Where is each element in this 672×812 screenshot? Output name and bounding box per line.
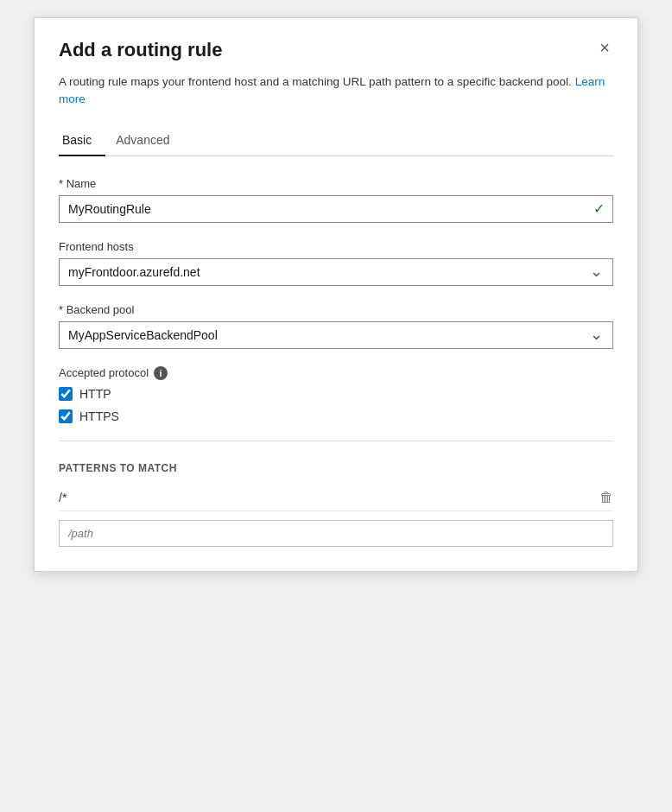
dialog-header: Add a routing rule × [59, 39, 613, 61]
backend-pool-field-group: Backend pool MyAppServiceBackendPool [59, 303, 613, 349]
add-routing-rule-dialog: Add a routing rule × A routing rule maps… [34, 17, 638, 572]
name-field-group: Name ✓ [59, 177, 613, 223]
frontend-hosts-field-group: Frontend hosts myFrontdoor.azurefd.net [59, 240, 613, 286]
backend-pool-select[interactable]: MyAppServiceBackendPool [59, 321, 613, 349]
backend-pool-select-wrapper: MyAppServiceBackendPool [59, 321, 613, 349]
pattern-row: /* 🗑 [59, 485, 613, 511]
https-checkbox[interactable] [59, 409, 73, 423]
http-label: HTTP [79, 387, 111, 401]
info-icon: i [154, 366, 168, 380]
name-valid-icon: ✓ [593, 200, 605, 217]
accepted-protocol-label: Accepted protocol [59, 366, 149, 379]
http-checkbox[interactable] [59, 387, 73, 401]
name-label: Name [59, 177, 613, 190]
frontend-hosts-select[interactable]: myFrontdoor.azurefd.net [59, 258, 613, 286]
http-checkbox-item[interactable]: HTTP [59, 387, 613, 401]
patterns-section: PATTERNS TO MATCH /* 🗑 [59, 441, 613, 547]
tab-basic[interactable]: Basic [59, 126, 105, 155]
name-input[interactable] [59, 195, 613, 223]
protocol-label-row: Accepted protocol i [59, 366, 613, 380]
backend-pool-label: Backend pool [59, 303, 613, 316]
dialog-description: A routing rule maps your frontend host a… [59, 73, 613, 109]
pattern-value: /* [59, 491, 67, 504]
frontend-hosts-label: Frontend hosts [59, 240, 613, 253]
https-checkbox-item[interactable]: HTTPS [59, 409, 613, 423]
tab-advanced[interactable]: Advanced [112, 126, 183, 155]
patterns-section-title: PATTERNS TO MATCH [59, 462, 613, 474]
close-button[interactable]: × [596, 39, 613, 56]
dialog-title: Add a routing rule [59, 39, 222, 61]
path-input[interactable] [59, 520, 613, 547]
name-input-wrapper: ✓ [59, 195, 613, 223]
delete-pattern-icon[interactable]: 🗑 [599, 490, 613, 505]
frontend-hosts-select-wrapper: myFrontdoor.azurefd.net [59, 258, 613, 286]
https-label: HTTPS [79, 409, 119, 423]
protocol-checkboxes: HTTP HTTPS [59, 387, 613, 423]
accepted-protocol-group: Accepted protocol i HTTP HTTPS [59, 366, 613, 423]
tab-bar: Basic Advanced [59, 126, 613, 156]
